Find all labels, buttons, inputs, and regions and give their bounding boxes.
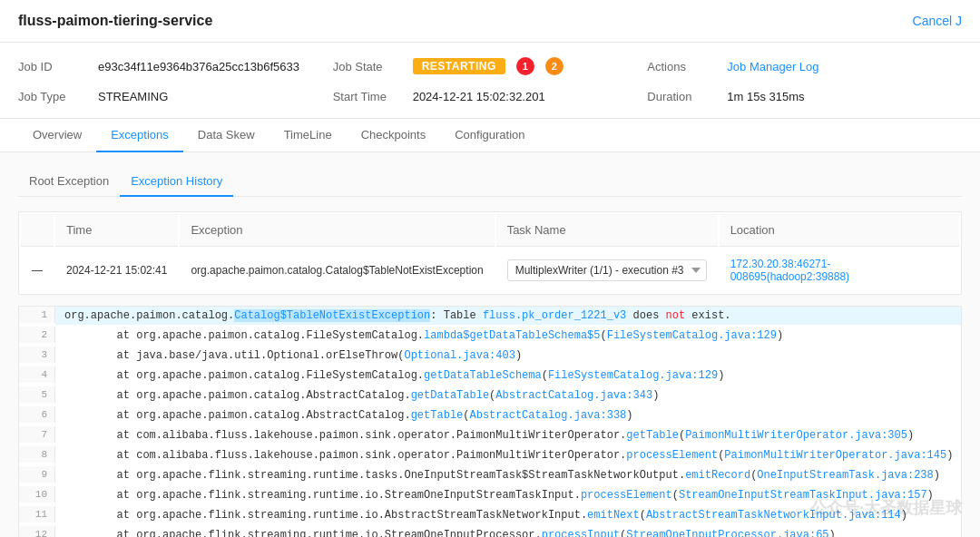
main-tabs: Overview Exceptions Data Skew TimeLine C… (0, 119, 980, 152)
badge-red: 1 (516, 57, 534, 75)
job-id-label: Job ID (18, 60, 91, 73)
duration-label: Duration (647, 90, 720, 103)
table-row: — 2024-12-21 15:02:41 org.apache.paimon.… (21, 249, 959, 292)
tab-checkpoints[interactable]: Checkpoints (347, 119, 441, 152)
stacktrace-line: 4 at org.apache.paimon.catalog.FileSyste… (19, 366, 961, 386)
line-number: 9 (19, 466, 55, 483)
cell-location[interactable]: 172.30.20.38:46271-008695(hadoop2:39888) (720, 249, 959, 292)
exception-table: Time Exception Task Name Location — 2024… (18, 211, 962, 295)
stacktrace-line: 12 at org.apache.flink.streaming.runtime… (19, 526, 961, 537)
line-content: org.apache.paimon.catalog.Catalog$TableN… (55, 307, 961, 325)
col-location: Location (720, 214, 959, 247)
cancel-button[interactable]: Cancel J (913, 14, 962, 28)
stacktrace-line: 2 at org.apache.paimon.catalog.FileSyste… (19, 327, 961, 347)
line-number: 11 (19, 506, 55, 522)
job-type-label: Job Type (18, 90, 91, 103)
line-number: 12 (19, 526, 55, 537)
content-area: Root Exception Exception History Time Ex… (0, 152, 980, 537)
job-state-row: Job State RESTARTING 1 2 (333, 54, 648, 79)
col-exception: Exception (180, 214, 494, 247)
line-content: at com.alibaba.fluss.lakehouse.paimon.si… (55, 446, 962, 464)
line-number: 8 (19, 446, 55, 463)
line-content: at org.apache.flink.streaming.runtime.io… (55, 526, 961, 537)
cell-time: 2024-12-21 15:02:41 (55, 249, 178, 292)
line-number: 6 (19, 406, 55, 423)
stacktrace-panel: 1org.apache.paimon.catalog.Catalog$Table… (18, 306, 962, 537)
actions-row: Actions Job Manager Log (647, 54, 962, 79)
line-number: 1 (19, 307, 55, 323)
sub-tab-exception-history[interactable]: Exception History (120, 167, 233, 197)
cell-exception: org.apache.paimon.catalog.Catalog$TableN… (180, 249, 494, 292)
badge-orange: 2 (545, 57, 564, 75)
tab-dataskew[interactable]: Data Skew (183, 119, 270, 152)
sub-tab-root-exception[interactable]: Root Exception (18, 167, 120, 197)
line-number: 10 (19, 486, 55, 503)
line-number: 3 (19, 347, 55, 363)
tab-overview[interactable]: Overview (18, 119, 96, 152)
col-dash (21, 214, 54, 247)
line-number: 4 (19, 366, 55, 383)
job-state-label: Job State (333, 60, 406, 73)
tab-timeline[interactable]: TimeLine (270, 119, 347, 152)
start-time-row: Start Time 2024-12-21 15:02:32.201 (333, 86, 648, 107)
cell-task[interactable]: MultiplexWriter (1/1) - execution #3 (496, 249, 718, 292)
duration-row: Duration 1m 15s 315ms (647, 86, 962, 107)
line-content: at org.apache.paimon.catalog.FileSystemC… (55, 366, 961, 385)
page-title: fluss-paimon-tiering-service (18, 13, 212, 29)
stacktrace-line: 1org.apache.paimon.catalog.Catalog$Table… (19, 307, 961, 327)
stacktrace-line: 11 at org.apache.flink.streaming.runtime… (19, 506, 961, 526)
stacktrace-line: 3 at java.base/java.util.Optional.orElse… (19, 347, 961, 366)
job-type-value: STREAMING (98, 90, 168, 103)
job-id-row: Job ID e93c34f11e9364b376a25cc13b6f5633 (18, 54, 333, 79)
meta-section: Job ID e93c34f11e9364b376a25cc13b6f5633 … (0, 43, 980, 119)
tab-exceptions[interactable]: Exceptions (96, 119, 183, 152)
line-content: at com.alibaba.fluss.lakehouse.paimon.si… (55, 426, 961, 444)
line-content: at org.apache.paimon.catalog.AbstractCat… (55, 386, 961, 405)
header: fluss-paimon-tiering-service Cancel J (0, 0, 980, 43)
task-select[interactable]: MultiplexWriter (1/1) - execution #3 (507, 259, 707, 281)
stacktrace-line: 6 at org.apache.paimon.catalog.AbstractC… (19, 406, 961, 426)
line-number: 5 (19, 386, 55, 403)
line-content: at java.base/java.util.Optional.orElseTh… (55, 347, 961, 365)
start-time-label: Start Time (333, 90, 406, 103)
stacktrace-line: 10 at org.apache.flink.streaming.runtime… (19, 486, 961, 506)
line-content: at org.apache.flink.streaming.runtime.ta… (55, 466, 961, 484)
status-badge: RESTARTING (413, 58, 505, 74)
location-link[interactable]: 172.30.20.38:46271-008695(hadoop2:39888) (730, 258, 849, 283)
line-content: at org.apache.flink.streaming.runtime.io… (55, 506, 961, 524)
col-task-name: Task Name (496, 214, 718, 247)
stacktrace-line: 9 at org.apache.flink.streaming.runtime.… (19, 466, 961, 486)
stacktrace-line: 8 at com.alibaba.fluss.lakehouse.paimon.… (19, 446, 961, 466)
actions-label: Actions (647, 60, 720, 73)
line-number: 2 (19, 327, 55, 343)
stacktrace-line: 7 at com.alibaba.fluss.lakehouse.paimon.… (19, 426, 961, 446)
duration-value: 1m 15s 315ms (727, 90, 804, 103)
line-content: at org.apache.paimon.catalog.AbstractCat… (55, 406, 961, 425)
sub-tabs: Root Exception Exception History (18, 167, 962, 197)
job-manager-log-link[interactable]: Job Manager Log (727, 60, 818, 73)
stacktrace-line: 5 at org.apache.paimon.catalog.AbstractC… (19, 386, 961, 406)
line-content: at org.apache.paimon.catalog.FileSystemC… (55, 327, 961, 345)
job-type-row: Job Type STREAMING (18, 86, 333, 107)
tab-configuration[interactable]: Configuration (440, 119, 539, 152)
start-time-value: 2024-12-21 15:02:32.201 (413, 90, 545, 103)
line-content: at org.apache.flink.streaming.runtime.io… (55, 486, 961, 504)
line-number: 7 (19, 426, 55, 443)
col-time: Time (55, 214, 178, 247)
cell-dash: — (21, 249, 54, 292)
job-id-value: e93c34f11e9364b376a25cc13b6f5633 (98, 60, 299, 73)
